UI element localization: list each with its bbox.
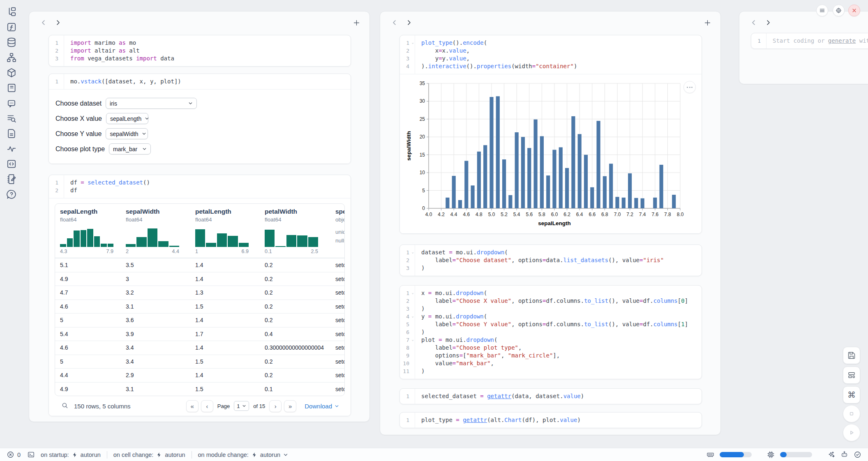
code-square-icon[interactable] <box>6 159 17 169</box>
run-mode-3[interactable]: on module change:autorun <box>198 452 289 458</box>
code-line[interactable]: import marimo as mo <box>70 39 351 47</box>
code-line[interactable]: y = mo.ui.dropdown( <box>421 313 702 320</box>
code-line[interactable]: plot_type().encode( <box>421 39 702 47</box>
layout-panels-icon[interactable] <box>843 366 860 384</box>
file-text-icon[interactable] <box>6 128 17 139</box>
run-mode-1[interactable]: on startup:autorun <box>41 452 101 458</box>
divider <box>107 451 107 459</box>
save-icon[interactable] <box>843 347 860 364</box>
code-line[interactable]: dataset = mo.ui.dropdown( <box>421 249 702 256</box>
notebook-pen-icon[interactable] <box>6 174 17 184</box>
bot-message-icon[interactable] <box>6 98 17 108</box>
chevron-right-icon[interactable] <box>405 19 413 26</box>
code-line[interactable]: from vega_datasets import data <box>70 55 351 62</box>
table-cell: 3.1 <box>121 386 190 392</box>
menu-icon[interactable] <box>816 5 828 16</box>
column-header-species[interactable]: speciesobjectunique:nulls: <box>330 208 345 258</box>
chevron-right-icon[interactable] <box>54 19 62 26</box>
download-link[interactable]: Download <box>305 403 339 410</box>
bar-chart[interactable]: 4.04.24.44.64.85.05.25.45.65.86.06.26.46… <box>406 78 697 228</box>
code-cell-dataset-dropdown[interactable]: 1⌄23dataset = mo.ui.dropdown( label="Cho… <box>399 244 702 276</box>
code-line[interactable]: x=x.value, <box>421 47 702 55</box>
code-line[interactable]: ) <box>421 264 702 272</box>
close-icon[interactable] <box>848 5 860 16</box>
code-cell-plot-type[interactable]: 1plot_type = getattr(alt.Chart(df), plot… <box>399 412 702 428</box>
code-cell-empty[interactable]: 1Start coding or generate with <box>751 33 868 49</box>
search-icon[interactable] <box>61 402 69 410</box>
keyboard-shortcuts-icon[interactable]: ⌘ <box>843 386 860 403</box>
table-cell: setosa <box>330 344 345 351</box>
code-line[interactable]: label="Choose X value", options=df.colum… <box>421 297 702 305</box>
code-cell-plot[interactable]: 1⌄234plot_type().encode( x=x.value, y=y.… <box>399 35 702 234</box>
column-header-sepalLength[interactable]: sepalLengthfloat644.37.9 <box>55 208 121 258</box>
status-bar: 0 on startup:autorunon cell change:autor… <box>0 448 868 461</box>
table-cell: 5 <box>55 317 121 323</box>
add-cell-icon[interactable] <box>353 19 360 27</box>
page-select[interactable]: 1 <box>234 401 249 411</box>
file-tree-icon[interactable] <box>6 7 17 17</box>
code-line[interactable]: label="Choose plot type", <box>421 344 702 352</box>
dropdown-choose-dataset[interactable]: iris <box>106 98 197 109</box>
code-line[interactable]: ) <box>421 328 702 336</box>
code-line[interactable]: mo.vstack([dataset, x, y, plot]) <box>70 78 351 85</box>
stop-icon[interactable] <box>843 405 860 422</box>
code-cell-dataframe[interactable]: 12df = selected_dataset()df sepalLengthf… <box>48 175 351 416</box>
gear-icon[interactable] <box>833 5 845 16</box>
dropdown-choose-plot-type[interactable]: mark_bar <box>109 143 151 154</box>
code-line[interactable]: df = selected_dataset() <box>70 179 351 187</box>
chevron-right-icon[interactable] <box>764 19 772 26</box>
chevron-left-icon[interactable] <box>750 19 757 26</box>
code-line[interactable]: y=y.value, <box>421 55 702 62</box>
activity-icon[interactable] <box>6 143 17 154</box>
column-header-sepalWidth[interactable]: sepalWidthfloat6424.4 <box>121 208 190 258</box>
dropdown-choose-y-value[interactable]: sepalWidth <box>106 128 148 139</box>
line-number: 2 <box>400 297 415 305</box>
run-mode-2[interactable]: on cell change:autorun <box>113 452 185 458</box>
code-cell-vstack[interactable]: 1mo.vstack([dataset, x, y, plot]) Choose… <box>48 74 351 164</box>
ai-sparkles-icon[interactable] <box>827 451 835 459</box>
chevron-left-icon[interactable] <box>391 19 398 26</box>
database-icon[interactable] <box>6 37 17 48</box>
code-line[interactable]: label="Choose Y value", options=df.colum… <box>421 320 702 328</box>
chart-menu-icon[interactable] <box>683 81 696 93</box>
help-circle-icon[interactable] <box>6 189 17 200</box>
code-line[interactable]: ).interactive().properties(width="contai… <box>421 62 702 70</box>
code-line[interactable]: import altair as alt <box>70 47 351 55</box>
code-line[interactable]: plot_type = getattr(alt.Chart(df), plot.… <box>421 416 702 424</box>
function-square-icon[interactable] <box>6 22 17 32</box>
first-page-button[interactable]: « <box>186 400 199 412</box>
list-search-icon[interactable] <box>6 113 17 124</box>
add-cell-icon[interactable] <box>704 19 711 27</box>
code-cell-xy-plot-dropdowns[interactable]: 1⌄234⌄567⌄891011x = mo.ui.dropdown( labe… <box>399 285 702 379</box>
code-line[interactable]: plot = mo.ui.dropdown( <box>421 336 702 344</box>
next-page-button[interactable]: › <box>269 400 282 412</box>
code-line[interactable]: selected_dataset = getattr(data, dataset… <box>421 392 702 400</box>
code-line[interactable]: options=["mark_bar", "mark_circle"], <box>421 352 702 360</box>
chevron-left-icon[interactable] <box>40 19 47 26</box>
code-line[interactable]: label="Choose dataset", options=data.lis… <box>421 256 702 264</box>
code-cell-imports[interactable]: 123import marimo as moimport altair as a… <box>48 35 351 67</box>
error-indicator[interactable]: 0 <box>7 451 21 459</box>
check-circle-icon[interactable] <box>854 451 861 459</box>
app-root: 123import marimo as moimport altair as a… <box>0 0 868 461</box>
copilot-bot-icon[interactable] <box>840 451 848 459</box>
workflow-icon[interactable] <box>6 52 17 63</box>
run-icon[interactable] <box>843 424 860 441</box>
code-line[interactable]: ) <box>421 305 702 313</box>
scroll-text-icon[interactable] <box>6 83 17 93</box>
terminal-icon[interactable] <box>27 451 35 459</box>
column-header-petalWidth[interactable]: petalWidthfloat640.12.5 <box>260 208 330 258</box>
code-line[interactable]: value="mark_bar", <box>421 360 702 367</box>
last-page-button[interactable]: » <box>284 400 296 412</box>
package-icon[interactable] <box>6 67 17 78</box>
prev-page-button[interactable]: ‹ <box>201 400 213 412</box>
dropdown-choose-x-value[interactable]: sepalLength <box>106 113 148 124</box>
code-line[interactable]: ) <box>421 367 702 375</box>
code-cell-selected-dataset[interactable]: 1selected_dataset = getattr(data, datase… <box>399 388 702 404</box>
column-header-petalLength[interactable]: petalLengthfloat6416.9 <box>190 208 260 258</box>
table-cell: 0.2 <box>260 262 330 268</box>
table-cell: setosa <box>330 317 345 323</box>
code-line[interactable]: df <box>70 187 351 194</box>
code-line[interactable]: x = mo.ui.dropdown( <box>421 289 702 297</box>
code-line[interactable]: Start coding or generate with <box>773 37 868 45</box>
